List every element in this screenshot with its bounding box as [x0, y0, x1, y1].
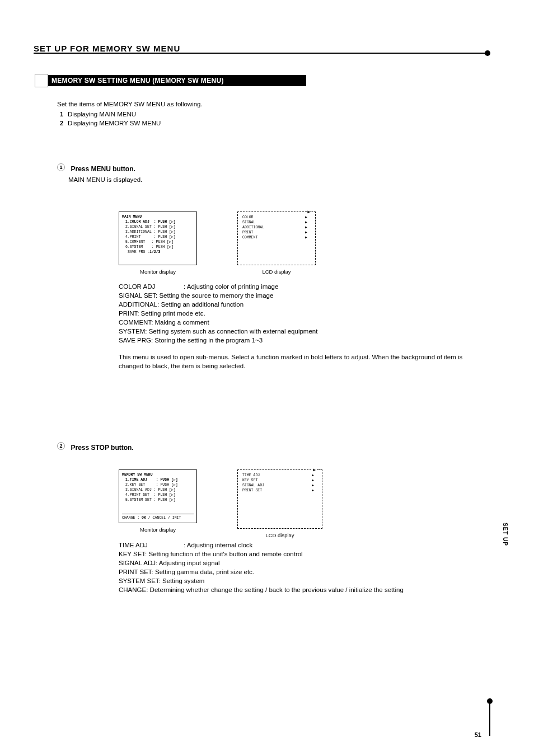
md2-4-txt: : Setting system [159, 577, 205, 584]
chevron-right-icon: ▶ [305, 230, 307, 235]
mm-item3-action: : PUSH [▷] [154, 235, 176, 239]
mm-item5-label: 6.SYSTEM [125, 245, 143, 249]
mm-item1-action: : PUSH [▷] [154, 225, 176, 229]
md0-lbl: COLOR ADJ [119, 282, 184, 291]
step-1-text: Displaying MAIN MENU [68, 111, 136, 118]
lcd2-item3: PRINT SET [242, 489, 262, 492]
header-rule-dot [485, 50, 490, 56]
md4-txt: : Making a comment [151, 319, 209, 326]
chevron-right-icon: ▶ [305, 235, 307, 240]
lcd2-item2: SIGNAL ADJ [242, 483, 264, 487]
md3-txt: : Setting print mode etc. [137, 310, 205, 317]
md2-1-txt: : Setting function of the unit's button … [145, 551, 303, 557]
msm-item3-label: 4.PRINT SET [125, 493, 149, 497]
lcd-panel-1: ▶ COLOR▶ SIGNAL▶ ADDITIONAL▶ PRINT▶ COMM… [237, 212, 316, 275]
monitor-panel-2: MEMORY SW MENU 1.TIME ADJ : PUSH [▷] 2.K… [119, 469, 197, 538]
screenshots-row-1: MAIN MENU 1.COLOR ADJ : PUSH [▷] 2.SIGNA… [119, 212, 316, 275]
msm-item2-action: : PUSH [▷] [154, 488, 176, 492]
chevron-right-icon: ▶ [305, 215, 307, 220]
block-b-heading: Press STOP button. [71, 444, 133, 452]
block-a-body: MAIN MENU is displayed. [68, 176, 483, 184]
bullet-2-icon: 2 [57, 442, 65, 450]
mm-save-right: 1/2/3 [149, 250, 161, 254]
intro-text: Set the items of MEMORY SW MENU as follo… [57, 100, 203, 109]
mm-item1-label: 2.SIGNAL SET [125, 225, 152, 229]
step-1-number: 1 [57, 111, 66, 118]
section-bar-text: MEMORY SW SETTING MENU (MEMORY SW MENU) [51, 77, 224, 84]
md5-txt: : Setting system such as connection with… [145, 328, 317, 335]
header-rule [34, 53, 490, 54]
main-menu-title: MAIN MENU [122, 214, 194, 219]
block-a: 1 Press MENU button. MAIN MENU is displa… [57, 163, 483, 184]
section-header-title: SET UP FOR MEMORY SW MENU [34, 44, 180, 53]
msm-item0-action: : PUSH [▷] [156, 478, 178, 482]
section-bar: MEMORY SW SETTING MENU (MEMORY SW MENU) [35, 75, 306, 86]
msm-item2-label: 3.SIGNAL ADJ [125, 488, 152, 492]
md2-2-lbl: SIGNAL ADJ [119, 560, 156, 566]
md2-lbl: ADDITIONAL [119, 301, 157, 308]
chevron-right-icon: ▶ [312, 483, 314, 488]
memory-menu-change-bold: OK [142, 516, 146, 520]
md2-2-txt: : Adjusting input signal [156, 560, 219, 566]
md6-lbl: SAVE PRG [119, 337, 151, 344]
mm-item4-action: : PUSH [▷] [152, 240, 174, 244]
mm-item2-label: 3.ADDITIONAL [125, 230, 152, 234]
md2-txt: : Setting an additional function [157, 301, 243, 308]
monitor-screen-main-menu: MAIN MENU 1.COLOR ADJ : PUSH [▷] 2.SIGNA… [119, 212, 197, 265]
lcd2-item0: TIME ADJ [242, 473, 260, 477]
main-menu-note: This menu is used to open sub-menus. Sel… [119, 353, 483, 370]
lcd1-item0: COLOR [242, 215, 254, 219]
step-2-text: Displaying MEMORY SW MENU [68, 120, 161, 126]
mm-item2-action: : PUSH [▷] [154, 230, 176, 234]
section-bar-prefix [35, 74, 48, 87]
memory-menu-description: TIME ADJ: Adjusting internal clock KEY S… [119, 535, 483, 594]
msm-item4-action: : PUSH [▷] [154, 498, 176, 502]
msm-item3-action: : PUSH [▷] [154, 493, 176, 497]
md4-lbl: COMMENT [119, 319, 151, 326]
lcd-screen-main: ▶ COLOR▶ SIGNAL▶ ADDITIONAL▶ PRINT▶ COMM… [237, 212, 316, 265]
memory-menu-title: MEMORY SW MENU [122, 472, 194, 477]
md2-4-lbl: SYSTEM SET [119, 577, 159, 584]
monitor-label-1: Monitor display [119, 269, 197, 275]
chevron-right-icon: ▶ [305, 225, 307, 230]
monitor-panel-1: MAIN MENU 1.COLOR ADJ : PUSH [▷] 2.SIGNA… [119, 212, 197, 275]
md1-lbl: SIGNAL SET [119, 292, 156, 299]
msm-item1-action: : PUSH [▷] [156, 483, 178, 487]
msm-item0-label: 1.TIME ADJ [125, 478, 147, 482]
md2-3-txt: : Setting gamma data, print size etc. [152, 569, 254, 575]
mm-save-label: SAVE PRG : [128, 250, 149, 254]
md2-0-lbl: TIME ADJ [119, 541, 184, 550]
md3-lbl: PRINT [119, 310, 137, 317]
bullet-1-icon: 1 [57, 163, 65, 171]
md2-5-lbl: CHANGE [119, 586, 146, 593]
mm-item4-label: 5.COMMENT [125, 240, 145, 244]
mm-item5-action: : PUSH [▷] [152, 245, 174, 249]
screenshots-row-2: MEMORY SW MENU 1.TIME ADJ : PUSH [▷] 2.K… [119, 469, 322, 538]
chevron-right-icon: ▶ [312, 478, 314, 483]
footer-rule [489, 702, 490, 736]
lcd-label-1: LCD display [237, 269, 316, 275]
step-2-number: 2 [57, 120, 66, 126]
msm-item1-label: 2.KEY SET [125, 483, 145, 487]
lcd-panel-2: ▶ TIME ADJ▶ KEY SET▶ SIGNAL ADJ▶ PRINT S… [237, 469, 322, 538]
mm-item0-action: : PUSH [▷] [154, 220, 176, 224]
lcd1-item3: PRINT [242, 231, 254, 234]
md6-txt: : Storing the setting in the program 1~3 [151, 337, 263, 344]
chevron-right-icon: ▶ [305, 220, 307, 225]
memory-menu-change: CHANGE : OK / CANCEL / INIT [122, 514, 194, 520]
lcd1-item2: ADDITIONAL [242, 226, 264, 229]
lcd-screen-memory: ▶ TIME ADJ▶ KEY SET▶ SIGNAL ADJ▶ PRINT S… [237, 469, 322, 529]
md1-txt: : Setting the source to memory the image [156, 292, 273, 299]
mm-item0-label: 1.COLOR ADJ [125, 220, 149, 224]
md5-lbl: SYSTEM [119, 328, 145, 335]
lcd2-item1: KEY SET [242, 478, 257, 482]
step-2-line: 2 Displaying MEMORY SW MENU [57, 120, 161, 126]
chevron-right-icon: ▶ [312, 473, 314, 478]
md2-3-lbl: PRINT SET [119, 569, 152, 575]
md2-0-txt: : Adjusting internal clock [184, 542, 252, 548]
md0-txt: : Adjusting color of printing image [184, 283, 278, 290]
mm-item3-label: 4.PRINT [125, 235, 140, 239]
lcd1-item4: COMMENT [242, 236, 257, 240]
md2-1-lbl: KEY SET [119, 551, 145, 557]
msm-item4-label: 5.SYSTEM SET [125, 498, 152, 502]
